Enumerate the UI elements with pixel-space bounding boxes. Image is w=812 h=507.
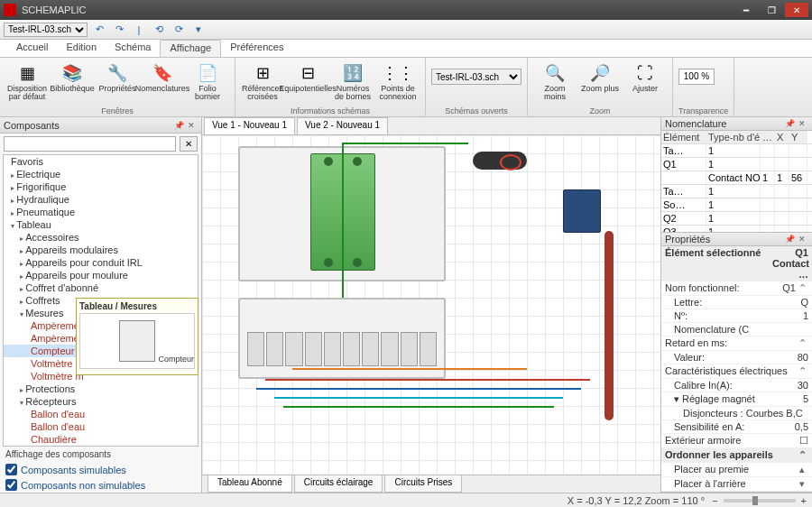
breaker-row[interactable] [247, 332, 437, 366]
nomen-row[interactable]: Q11 [661, 158, 812, 171]
nomenclature-table[interactable]: Élément Type-nb d'él… … X Y Ta…1Q11Conta… [661, 131, 812, 233]
panel-close-button[interactable]: ✕ [185, 119, 198, 132]
nomen-icon: 🔖 [148, 61, 177, 85]
zoom-in-small[interactable]: + [801, 495, 807, 506]
menu-tabs: Accueil Edition Schéma Affichage Préfére… [0, 40, 812, 58]
rotate-left-button[interactable]: ⟲ [151, 23, 167, 37]
tree-item[interactable]: Appareils modulaires [4, 244, 198, 256]
titlebar: SCHEMAPLIC ━ ❐ ✕ [0, 0, 812, 20]
tree-item[interactable]: Protections [4, 383, 198, 395]
properties-header: Propriétés 📌 ✕ [661, 233, 812, 246]
tree-cat[interactable]: Frigorifique [4, 180, 198, 193]
zoom-in-button[interactable]: 🔎Zoom plus [578, 60, 622, 95]
sheet-tab[interactable]: Tableau Abonné [208, 475, 292, 493]
panel-pin-button[interactable]: 📌 [172, 119, 185, 132]
nomen-row[interactable]: Ta…1 [661, 185, 812, 198]
indicator-pill[interactable] [473, 152, 527, 170]
tree-item[interactable]: Appareils pour moulure [4, 269, 198, 281]
qat-sep: | [131, 23, 147, 37]
zoom-out-button[interactable]: 🔍Zoom moins [533, 60, 577, 103]
tree-leaf[interactable]: Chaudière [4, 433, 198, 446]
equipot-button[interactable]: ⊟Equipotentielles [286, 60, 329, 95]
panel-pin-button[interactable]: 📌 [783, 117, 796, 130]
cursor-coords: X = -0,3 Y = 12,2 Zoom = 110 ° [567, 495, 705, 506]
sheet-tabs: Tableau Abonné Circuits éclairage Circui… [202, 475, 660, 493]
tree-item-recepteurs[interactable]: Récepteurs [4, 395, 198, 408]
refs-croisees-button[interactable]: ⊞Références croisées [241, 60, 284, 103]
rotate-right-button[interactable]: ⟳ [171, 23, 187, 37]
transparency-value[interactable]: 100 % [678, 69, 715, 85]
tab-schema[interactable]: Schéma [106, 40, 160, 57]
nomen-row[interactable]: Q31 [661, 226, 812, 233]
folio-icon: 📄 [193, 61, 222, 85]
layout-icon: ▦ [13, 61, 42, 85]
sheet-tab[interactable]: Circuits Prises [384, 475, 462, 493]
nomen-row[interactable]: So…1 [661, 198, 812, 212]
tree-footer: Affichage des composants [0, 447, 201, 462]
wire[interactable] [274, 397, 563, 399]
tab-edition[interactable]: Edition [57, 40, 106, 57]
panel-pin-button[interactable]: 📌 [783, 233, 796, 245]
redo-button[interactable]: ↷ [111, 23, 127, 37]
minimize-button[interactable]: ━ [734, 3, 758, 17]
tree-cat[interactable]: Electrique [4, 168, 198, 180]
connpoints-icon: ⋮⋮ [383, 61, 412, 85]
tree-cat-tableau[interactable]: Tableau [4, 218, 198, 231]
close-button[interactable]: ✕ [785, 3, 808, 17]
library-icon: 📚 [58, 61, 87, 85]
wire[interactable] [342, 143, 344, 298]
num-bornes-button[interactable]: 🔢Numéros de bornes [331, 60, 374, 103]
nomenclature-header: Nomenclature 📌 ✕ [661, 117, 812, 131]
tree-leaf[interactable]: Ballon d'eau [4, 408, 198, 420]
tree-item[interactable]: Accessoires [4, 231, 198, 244]
junction-box[interactable] [563, 189, 601, 233]
ribbon-group-zoom: 🔍Zoom moins 🔎Zoom plus ⛶Ajuster Zoom [528, 58, 673, 116]
maximize-button[interactable]: ❐ [760, 3, 783, 17]
nomen-row[interactable]: Contact NO T…1156 [661, 171, 812, 185]
zoom-slider[interactable] [724, 499, 796, 502]
tree-leaf[interactable]: Ballon d'eau [4, 420, 198, 433]
component-search-input[interactable] [4, 136, 176, 152]
wire[interactable] [292, 368, 527, 370]
simulable-checkbox[interactable] [5, 464, 17, 475]
component-search-clear[interactable]: ✕ [180, 136, 198, 152]
points-connexion-button[interactable]: ⋮⋮Points de connexion [376, 60, 420, 103]
tab-preferences[interactable]: Préférences [221, 40, 292, 57]
wire[interactable] [342, 143, 468, 144]
tree-cat[interactable]: Hydraulique [4, 193, 198, 206]
ribbon-group-transparence: 100 % Transparence [673, 58, 734, 116]
wire[interactable] [283, 406, 554, 408]
wire[interactable] [265, 379, 590, 381]
zoom-fit-button[interactable]: ⛶Ajuster [623, 60, 667, 95]
wire[interactable] [256, 388, 581, 390]
tree-item[interactable]: Coffret d'abonné [4, 281, 198, 294]
nomen-row[interactable]: Q21 [661, 212, 812, 226]
zoom-out-small[interactable]: − [712, 495, 717, 506]
properties-grid[interactable]: Élément sélectionnéQ1 Contact … Nom fonc… [661, 246, 812, 493]
open-schema-select[interactable]: Test-IRL-03.sch [431, 69, 521, 85]
tree-item[interactable]: Appareils pour conduit IRL [4, 256, 198, 269]
bibliotheque-button[interactable]: 📚Bibliothèque [51, 60, 94, 95]
nomenclatures-button[interactable]: 🔖Nomenclatures [141, 60, 184, 95]
doc-tab[interactable]: Vue 2 - Nouveau 1 [297, 117, 388, 134]
folio-bornier-button[interactable]: 📄Folio bornier [186, 60, 229, 103]
schematic-canvas[interactable] [202, 135, 660, 475]
nomen-row[interactable]: Ta…1 [661, 144, 812, 158]
undo-button[interactable]: ↶ [91, 23, 107, 37]
disposition-button[interactable]: ▦Disposition par défaut [5, 60, 49, 103]
tab-accueil[interactable]: Accueil [7, 40, 57, 57]
nonsimulable-checkbox[interactable] [5, 479, 17, 491]
tree-cat[interactable]: Favoris [4, 155, 198, 168]
panel-close-button[interactable]: ✕ [796, 233, 808, 245]
sheet-tab[interactable]: Circuits éclairage [294, 475, 383, 493]
equipot-icon: ⊟ [293, 61, 322, 85]
ribbon: ▦Disposition par défaut 📚Bibliothèque 🔧P… [0, 58, 812, 117]
cable-trunk[interactable] [604, 231, 614, 420]
doc-tab[interactable]: Vue 1 - Nouveau 1 [204, 117, 295, 134]
tree-cat[interactable]: Pneumatique [4, 206, 198, 218]
panel-close-button[interactable]: ✕ [796, 117, 808, 130]
qat-dropdown[interactable]: ▾ [190, 23, 207, 37]
proprietes-button[interactable]: 🔧Propriétés [96, 60, 139, 95]
tab-affichage[interactable]: Affichage [160, 40, 221, 57]
file-selector[interactable]: Test-IRL-03.sch [4, 23, 88, 37]
